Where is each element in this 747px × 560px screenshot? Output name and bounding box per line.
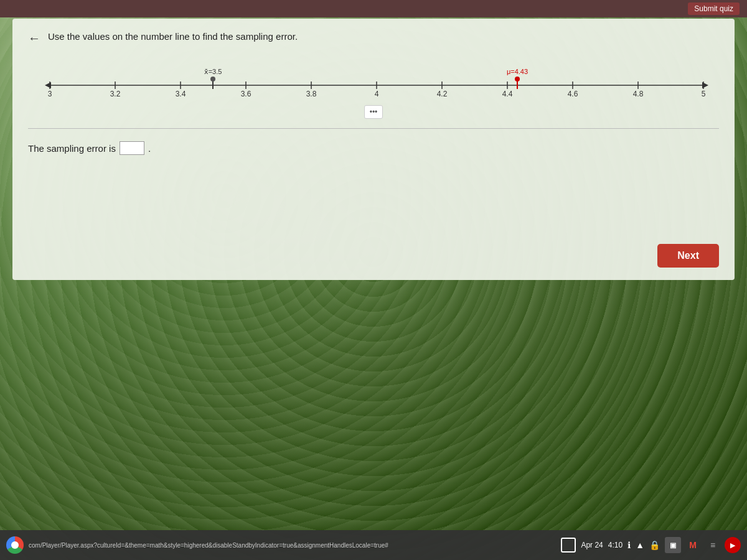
- svg-point-21: [515, 77, 520, 82]
- battery-icon: 🔒: [649, 540, 660, 550]
- svg-text:x̄=3.5: x̄=3.5: [204, 68, 222, 75]
- number-line-container: 3 3.2 3.4 x̄=3.5 3.6 3.8 4 4.2: [28, 62, 719, 99]
- quiz-container: ← Use the values on the number line to f…: [12, 19, 735, 280]
- taskbar-right: Apr 24 4:10 ℹ ▲ 🔒: [561, 538, 660, 553]
- svg-text:4.2: 4.2: [437, 90, 448, 98]
- ellipsis-area: •••: [28, 105, 719, 119]
- svg-text:4.4: 4.4: [502, 90, 513, 98]
- svg-text:3: 3: [48, 90, 52, 98]
- top-bar: Submit quiz: [0, 0, 747, 17]
- chrome-icon[interactable]: [6, 536, 24, 554]
- submit-quiz-button[interactable]: Submit quiz: [688, 2, 740, 15]
- svg-text:3.2: 3.2: [110, 90, 121, 98]
- period: .: [148, 143, 151, 154]
- taskbar-time: 4:10: [608, 541, 622, 549]
- number-line-svg: 3 3.2 3.4 x̄=3.5 3.6 3.8 4 4.2: [28, 62, 719, 99]
- svg-text:3.4: 3.4: [176, 90, 186, 98]
- sampling-error-label: The sampling error is: [28, 143, 116, 154]
- wifi-icon: ▲: [636, 540, 644, 550]
- svg-text:4.6: 4.6: [568, 90, 578, 98]
- section-divider: [28, 128, 719, 129]
- svg-text:3.8: 3.8: [306, 90, 317, 98]
- screen-capture-icon[interactable]: [561, 538, 576, 553]
- svg-text:4.8: 4.8: [633, 90, 644, 98]
- play-icon[interactable]: ▶: [725, 537, 741, 553]
- svg-text:5: 5: [702, 90, 706, 98]
- drive-icon[interactable]: ▣: [665, 537, 681, 553]
- quiz-instruction: Use the values on the number line to fin…: [48, 31, 298, 42]
- svg-text:4: 4: [375, 90, 379, 98]
- ellipsis-button[interactable]: •••: [364, 105, 383, 119]
- taskbar-date: Apr 24: [581, 541, 603, 549]
- menu-icon[interactable]: ≡: [705, 537, 721, 553]
- back-arrow-icon[interactable]: ←: [28, 31, 40, 45]
- next-button[interactable]: Next: [657, 244, 719, 268]
- sampling-error-question: The sampling error is .: [28, 141, 719, 155]
- taskbar: com/Player/Player.aspx?cultureId=&theme=…: [0, 530, 747, 560]
- svg-point-10: [210, 77, 215, 82]
- svg-text:μ=4.43: μ=4.43: [507, 68, 528, 75]
- answer-input[interactable]: [120, 141, 144, 155]
- gmail-icon[interactable]: M: [685, 537, 701, 553]
- taskbar-url: com/Player/Player.aspx?cultureId=&theme=…: [29, 542, 556, 549]
- svg-text:3.6: 3.6: [241, 90, 251, 98]
- taskbar-apps: ▣ M ≡ ▶: [665, 537, 741, 553]
- info-icon: ℹ: [627, 540, 631, 550]
